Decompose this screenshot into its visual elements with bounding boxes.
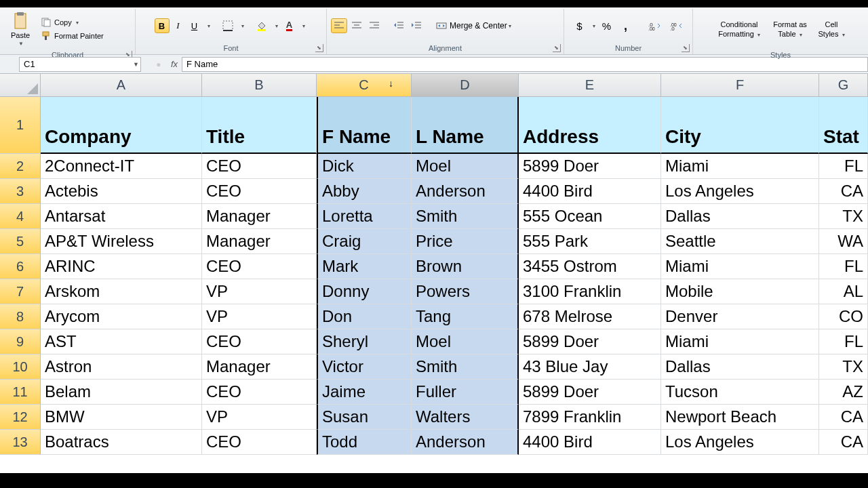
data-cell[interactable]: Moel (412, 329, 519, 354)
data-cell[interactable]: CEO (202, 380, 317, 405)
data-cell[interactable]: AP&T Wireless (41, 229, 202, 254)
fill-dropdown[interactable]: ▾ (271, 18, 281, 33)
data-cell[interactable]: 2Connect-IT (41, 154, 202, 179)
data-cell[interactable]: AZ (819, 380, 868, 405)
data-cell[interactable]: Miami (661, 154, 819, 179)
data-cell[interactable]: 7899 Franklin (519, 405, 661, 430)
row-header-5[interactable]: 5 (0, 229, 41, 254)
row-header-13[interactable]: 13 (0, 430, 41, 455)
data-cell[interactable]: Don (317, 304, 412, 329)
merge-center-button[interactable]: Merge & Center ▾ (433, 18, 515, 33)
data-cell[interactable]: ARINC (41, 254, 202, 279)
align-center-button[interactable] (349, 18, 365, 33)
align-right-button[interactable] (366, 18, 382, 33)
data-cell[interactable]: Smith (412, 354, 519, 380)
decrease-indent-button[interactable] (391, 18, 407, 33)
data-cell[interactable]: 43 Blue Jay (519, 354, 661, 380)
conditional-formatting-button[interactable]: Conditional Formatting ▾ (713, 10, 766, 48)
data-cell[interactable]: Denver (661, 304, 819, 329)
borders-dropdown[interactable]: ▾ (237, 18, 247, 33)
data-cell[interactable]: Los Angeles (661, 430, 819, 455)
data-cell[interactable]: Anderson (412, 430, 519, 455)
row-header-8[interactable]: 8 (0, 304, 41, 329)
row-header-9[interactable]: 9 (0, 329, 41, 354)
data-cell[interactable]: Los Angeles (661, 179, 819, 204)
data-cell[interactable]: VP (202, 279, 317, 304)
row-header-4[interactable]: 4 (0, 204, 41, 229)
data-cell[interactable]: CEO (202, 329, 317, 354)
data-cell[interactable]: CEO (202, 179, 317, 204)
data-cell[interactable]: FL (819, 329, 868, 354)
data-cell[interactable]: WA (819, 229, 868, 254)
data-cell[interactable]: TX (819, 204, 868, 229)
fx-button[interactable]: fx (171, 59, 178, 69)
bold-button[interactable]: B (155, 18, 170, 33)
data-cell[interactable]: Walters (412, 405, 519, 430)
select-all-corner[interactable] (0, 74, 41, 97)
data-cell[interactable]: Price (412, 229, 519, 254)
data-cell[interactable]: Manager (202, 229, 317, 254)
data-cell[interactable]: Arskom (41, 279, 202, 304)
col-header-A[interactable]: A (41, 74, 202, 97)
header-cell[interactable]: Company (41, 97, 202, 154)
font-color-button[interactable]: A (282, 18, 297, 33)
data-cell[interactable]: 678 Melrose (519, 304, 661, 329)
italic-button[interactable]: I (171, 18, 186, 33)
fill-color-button[interactable] (254, 18, 270, 33)
data-cell[interactable]: Dick (317, 154, 412, 179)
align-left-button[interactable] (331, 18, 347, 33)
data-cell[interactable]: Victor (317, 354, 412, 380)
cancel-formula-button[interactable]: ● (152, 58, 165, 71)
row-header-3[interactable]: 3 (0, 179, 41, 204)
cell-styles-button[interactable]: Cell Styles ▾ (814, 10, 848, 48)
underline-dropdown[interactable]: ▾ (203, 18, 213, 33)
row-header-10[interactable]: 10 (0, 354, 41, 380)
decrease-decimal-button[interactable]: .00.0 (667, 18, 685, 33)
currency-button[interactable]: $ (572, 18, 587, 33)
currency-dropdown[interactable]: ▾ (593, 23, 595, 29)
header-cell[interactable]: Address (519, 97, 661, 154)
data-cell[interactable]: Manager (202, 354, 317, 380)
data-cell[interactable]: 4400 Bird (519, 179, 661, 204)
data-cell[interactable]: Boatracs (41, 430, 202, 455)
data-cell[interactable]: CA (819, 179, 868, 204)
data-cell[interactable]: 3455 Ostrom (519, 254, 661, 279)
increase-indent-button[interactable] (408, 18, 425, 33)
data-cell[interactable]: Abby (317, 179, 412, 204)
data-cell[interactable]: Sheryl (317, 329, 412, 354)
data-cell[interactable]: BMW (41, 405, 202, 430)
row-header-11[interactable]: 11 (0, 380, 41, 405)
data-cell[interactable]: FL (819, 154, 868, 179)
format-painter-button[interactable]: Format Painter (39, 30, 105, 42)
borders-button[interactable] (220, 18, 236, 33)
data-cell[interactable]: 5899 Doer (519, 154, 661, 179)
row-header-6[interactable]: 6 (0, 254, 41, 279)
data-cell[interactable]: CO (819, 304, 868, 329)
data-cell[interactable]: Actebis (41, 179, 202, 204)
underline-button[interactable]: U (187, 18, 202, 33)
data-cell[interactable]: Craig (317, 229, 412, 254)
data-cell[interactable]: Miami (661, 254, 819, 279)
header-cell[interactable]: City (661, 97, 819, 154)
data-cell[interactable]: Tang (412, 304, 519, 329)
data-cell[interactable]: Brown (412, 254, 519, 279)
data-cell[interactable]: Arycom (41, 304, 202, 329)
row-header-12[interactable]: 12 (0, 405, 41, 430)
alignment-launcher[interactable]: ⬊ (553, 44, 561, 52)
data-cell[interactable]: 3100 Franklin (519, 279, 661, 304)
data-cell[interactable]: Donny (317, 279, 412, 304)
data-cell[interactable]: TX (819, 354, 868, 380)
increase-decimal-button[interactable]: .0.00 (646, 18, 663, 33)
header-cell[interactable]: Stat (819, 97, 868, 154)
data-cell[interactable]: VP (202, 405, 317, 430)
data-cell[interactable]: Moel (412, 154, 519, 179)
number-launcher[interactable]: ⬊ (682, 44, 690, 52)
data-cell[interactable]: CEO (202, 254, 317, 279)
col-header-F[interactable]: F (661, 74, 819, 97)
comma-button[interactable]: , (618, 18, 633, 33)
header-cell[interactable]: F Name (317, 97, 412, 154)
col-header-B[interactable]: B (202, 74, 317, 97)
font-color-dropdown[interactable]: ▾ (298, 18, 308, 33)
col-header-C[interactable]: C↓ (317, 74, 412, 97)
data-cell[interactable]: AL (819, 279, 868, 304)
